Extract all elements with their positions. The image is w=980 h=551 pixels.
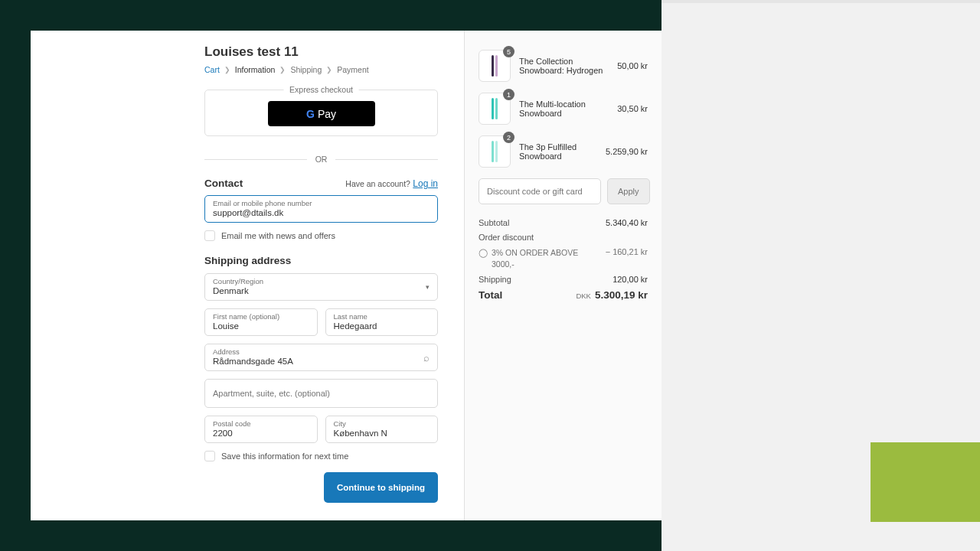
discount-name: 3% ON ORDER ABOVE 3000,- — [492, 247, 583, 269]
city-input[interactable] — [334, 429, 430, 438]
google-pay-button[interactable]: G Pay — [268, 101, 375, 126]
google-logo-icon: G — [306, 108, 315, 120]
chevron-right-icon: ❯ — [224, 66, 230, 73]
save-info-label: Save this information for next time — [221, 452, 348, 461]
postal-label: Postal code — [213, 419, 309, 428]
first-name-field[interactable]: First name (optional) — [204, 308, 318, 336]
form-column: Louises test 11 Cart ❯ Information ❯ Shi… — [31, 31, 464, 520]
apartment-field[interactable] — [204, 379, 438, 408]
qty-badge: 1 — [503, 89, 514, 100]
postal-input[interactable] — [213, 429, 309, 438]
total-value: 5.300,19 kr — [595, 289, 648, 301]
news-checkbox-label: Email me with news and offers — [221, 231, 335, 240]
qty-badge: 2 — [503, 132, 514, 143]
currency-code: DKK — [576, 292, 591, 300]
subtotal-label: Subtotal — [479, 218, 509, 227]
item-name: The Multi-location Snowboard — [519, 99, 609, 118]
cart-item: 1 The Multi-location Snowboard 30,50 kr — [479, 93, 648, 125]
first-name-input[interactable] — [213, 321, 309, 331]
gpay-text: Pay — [318, 108, 336, 120]
item-price: 30,50 kr — [617, 104, 648, 113]
cart-item: 5 The Collection Snowboard: Hydrogen 50,… — [479, 50, 648, 82]
express-checkout-box: Express checkout G Pay — [204, 90, 438, 136]
qty-badge: 5 — [503, 46, 514, 57]
city-field[interactable]: City — [325, 416, 439, 443]
total-label: Total — [479, 289, 502, 301]
discount-input[interactable] — [479, 178, 601, 204]
country-select[interactable]: Country/Region ▾ — [204, 273, 438, 301]
country-value[interactable] — [213, 286, 430, 295]
search-icon: ⌕ — [423, 352, 430, 364]
email-input[interactable] — [213, 208, 430, 217]
city-label: City — [334, 419, 430, 428]
breadcrumb-information: Information — [235, 65, 276, 74]
country-label: Country/Region — [213, 277, 430, 285]
address-input[interactable] — [213, 357, 430, 366]
chevron-right-icon: ❯ — [279, 66, 286, 73]
apartment-input[interactable] — [213, 389, 430, 398]
checkout-window: Louises test 11 Cart ❯ Information ❯ Shi… — [31, 31, 662, 520]
store-title: Louises test 11 — [204, 44, 438, 60]
item-price: 50,00 kr — [617, 61, 648, 70]
shipping-cost-label: Shipping — [479, 275, 511, 284]
order-discount-label: Order discount — [479, 233, 534, 242]
email-field[interactable]: Email or mobile phone number — [204, 195, 438, 223]
subtotal-value: 5.340,40 kr — [606, 218, 648, 227]
save-info-checkbox[interactable] — [204, 451, 215, 461]
continue-button[interactable]: Continue to shipping — [324, 472, 438, 503]
email-label: Email or mobile phone number — [213, 199, 430, 207]
last-name-label: Last name — [334, 312, 430, 321]
postal-field[interactable]: Postal code — [204, 416, 318, 443]
product-thumb: 1 — [479, 93, 511, 125]
decorative-block — [871, 442, 980, 522]
cart-item: 2 The 3p Fulfilled Snowboard 5.259,90 kr — [479, 135, 648, 168]
product-thumb: 5 — [479, 50, 511, 82]
breadcrumb: Cart ❯ Information ❯ Shipping ❯ Payment — [204, 65, 438, 74]
address-label: Address — [213, 347, 430, 356]
login-link[interactable]: Log in — [413, 178, 438, 189]
shipping-heading: Shipping address — [204, 255, 438, 266]
or-divider: OR — [204, 155, 438, 164]
item-name: The 3p Fulfilled Snowboard — [519, 142, 597, 161]
first-name-label: First name (optional) — [213, 312, 309, 321]
have-account-text: Have an account? — [345, 179, 410, 188]
chevron-right-icon: ❯ — [326, 66, 332, 73]
last-name-field[interactable]: Last name — [325, 308, 439, 336]
product-thumb: 2 — [479, 135, 511, 168]
breadcrumb-cart[interactable]: Cart — [204, 65, 220, 74]
item-name: The Collection Snowboard: Hydrogen — [519, 57, 609, 75]
news-checkbox[interactable] — [204, 230, 215, 241]
contact-heading: Contact — [204, 178, 243, 189]
express-checkout-label: Express checkout — [283, 85, 359, 94]
address-field[interactable]: Address ⌕ — [204, 344, 438, 371]
shipping-cost-value: 120,00 kr — [612, 275, 648, 284]
breadcrumb-payment: Payment — [337, 65, 368, 74]
apply-button[interactable]: Apply — [607, 178, 650, 204]
item-price: 5.259,90 kr — [606, 147, 648, 156]
order-summary: 5 The Collection Snowboard: Hydrogen 50,… — [464, 31, 662, 520]
tag-icon: ◯ — [479, 248, 488, 258]
discount-value: − 160,21 kr — [606, 247, 648, 256]
last-name-input[interactable] — [334, 321, 430, 331]
breadcrumb-shipping: Shipping — [290, 65, 322, 74]
